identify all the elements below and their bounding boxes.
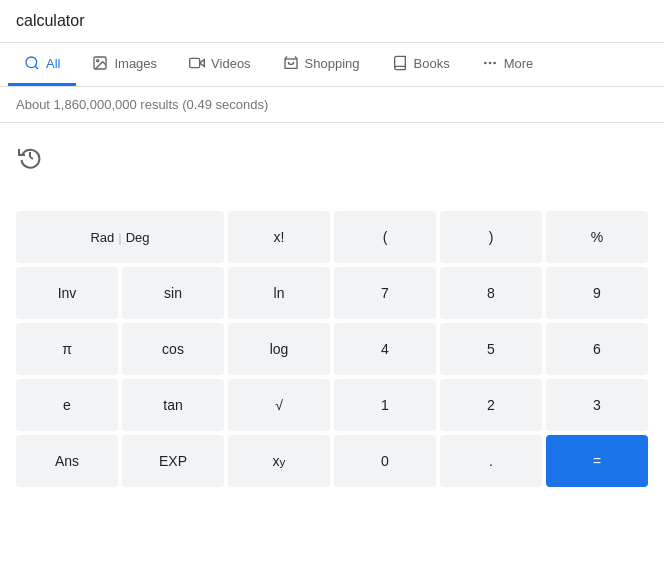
svg-marker-4 xyxy=(200,60,205,67)
decimal-button[interactable]: . xyxy=(440,435,542,487)
four-button[interactable]: 4 xyxy=(334,323,436,375)
exp-button[interactable]: EXP xyxy=(122,435,224,487)
tab-videos-label: Videos xyxy=(211,56,251,71)
tab-books[interactable]: Books xyxy=(376,43,466,86)
eight-button[interactable]: 8 xyxy=(440,267,542,319)
three-button[interactable]: 3 xyxy=(546,379,648,431)
tab-shopping[interactable]: Shopping xyxy=(267,43,376,86)
tan-button[interactable]: tan xyxy=(122,379,224,431)
one-button[interactable]: 1 xyxy=(334,379,436,431)
five-button[interactable]: 5 xyxy=(440,323,542,375)
tab-images[interactable]: Images xyxy=(76,43,173,86)
svg-point-0 xyxy=(26,57,37,68)
more-icon xyxy=(482,55,498,71)
search-icon xyxy=(24,55,40,71)
inv-button[interactable]: Inv xyxy=(16,267,118,319)
cos-button[interactable]: cos xyxy=(122,323,224,375)
calculator-widget: Rad | Deg x! ( ) % Inv sin ln 7 8 9 π co… xyxy=(0,123,664,503)
tab-navigation: All Images Videos Shopping xyxy=(0,43,664,87)
ans-button[interactable]: Ans xyxy=(16,435,118,487)
close-paren-button[interactable]: ) xyxy=(440,211,542,263)
zero-button[interactable]: 0 xyxy=(334,435,436,487)
svg-line-1 xyxy=(35,66,38,69)
seven-button[interactable]: 7 xyxy=(334,267,436,319)
six-button[interactable]: 6 xyxy=(546,323,648,375)
tab-more-label: More xyxy=(504,56,534,71)
deg-label: Deg xyxy=(126,230,150,245)
search-bar[interactable]: calculator xyxy=(0,0,664,43)
tab-all[interactable]: All xyxy=(8,43,76,86)
percent-button[interactable]: % xyxy=(546,211,648,263)
svg-point-8 xyxy=(488,62,491,65)
equals-button[interactable]: = xyxy=(546,435,648,487)
power-button[interactable]: xy xyxy=(228,435,330,487)
search-query: calculator xyxy=(16,12,84,29)
svg-rect-5 xyxy=(190,58,200,67)
svg-point-3 xyxy=(97,60,99,62)
tab-images-label: Images xyxy=(114,56,157,71)
nine-button[interactable]: 9 xyxy=(546,267,648,319)
tab-more[interactable]: More xyxy=(466,43,550,86)
rad-label: Rad xyxy=(90,230,114,245)
open-paren-button[interactable]: ( xyxy=(334,211,436,263)
svg-point-7 xyxy=(484,62,487,65)
results-count: About 1,860,000,000 results (0.49 second… xyxy=(0,87,664,123)
separator: | xyxy=(118,230,121,245)
shopping-icon xyxy=(283,55,299,71)
sqrt-button[interactable]: √ xyxy=(228,379,330,431)
book-icon xyxy=(392,55,408,71)
svg-point-9 xyxy=(493,62,496,65)
calc-history-row xyxy=(16,139,648,183)
euler-button[interactable]: e xyxy=(16,379,118,431)
tab-all-label: All xyxy=(46,56,60,71)
tab-shopping-label: Shopping xyxy=(305,56,360,71)
tab-videos[interactable]: Videos xyxy=(173,43,267,86)
pi-button[interactable]: π xyxy=(16,323,118,375)
history-icon[interactable] xyxy=(16,143,44,171)
factorial-button[interactable]: x! xyxy=(228,211,330,263)
sin-button[interactable]: sin xyxy=(122,267,224,319)
log-button[interactable]: log xyxy=(228,323,330,375)
tab-books-label: Books xyxy=(414,56,450,71)
calc-display xyxy=(16,183,648,203)
ln-button[interactable]: ln xyxy=(228,267,330,319)
calc-button-grid: Rad | Deg x! ( ) % Inv sin ln 7 8 9 π co… xyxy=(16,211,648,487)
rad-deg-toggle[interactable]: Rad | Deg xyxy=(16,211,224,263)
video-icon xyxy=(189,55,205,71)
image-icon xyxy=(92,55,108,71)
svg-line-11 xyxy=(30,157,33,159)
two-button[interactable]: 2 xyxy=(440,379,542,431)
